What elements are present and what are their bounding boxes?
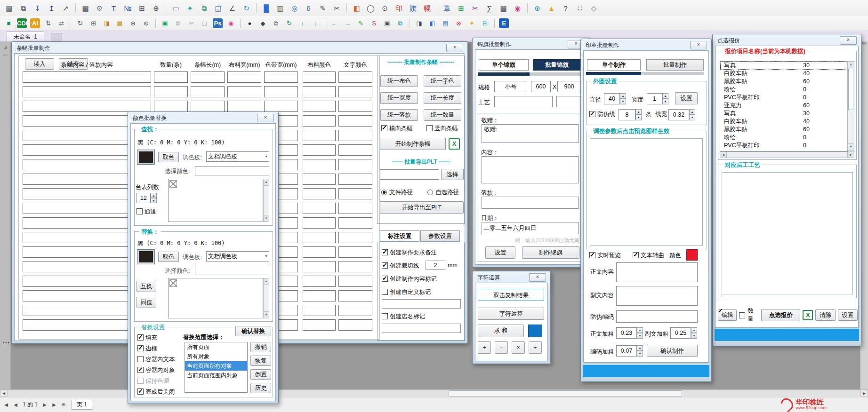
cdr-badge-icon[interactable]: CDR	[17, 18, 27, 28]
photo-icon[interactable]: ▣	[382, 18, 392, 28]
craft-field-2[interactable]	[556, 96, 581, 107]
quote-list-item[interactable]: 白胶车贴40	[720, 118, 847, 126]
outline-checkbox[interactable]	[137, 345, 144, 351]
banner-cell[interactable]	[23, 71, 151, 83]
custom-path-radio[interactable]	[427, 190, 433, 195]
find-color-list[interactable]	[168, 179, 263, 222]
sign-field[interactable]	[482, 197, 579, 209]
no-color-icon[interactable]	[169, 279, 177, 287]
banner-cell[interactable]	[338, 174, 372, 185]
redo-button[interactable]: 恢复	[250, 356, 271, 366]
close-after-checkbox[interactable]	[137, 388, 144, 395]
text-circle-icon[interactable]: ◎	[289, 3, 300, 14]
divide-button[interactable]: ÷	[529, 341, 542, 354]
toolbox-icon[interactable]: ▣	[160, 18, 170, 28]
crop-icon[interactable]: ✂	[331, 3, 342, 14]
banner-cell[interactable]	[303, 261, 336, 272]
confirm-replace-button[interactable]: 确认替换	[235, 326, 271, 336]
scroll-right-icon[interactable]: ▶	[860, 390, 868, 396]
globe-icon[interactable]: ⊛	[532, 3, 543, 14]
code-bold-stepper[interactable]: ▲▼	[637, 345, 643, 357]
scroll-up-icon[interactable]: ▲	[264, 179, 269, 186]
ink-circle-icon[interactable]: ●	[245, 18, 255, 28]
scroll-up-icon[interactable]: ▲	[848, 62, 854, 68]
group-disabled-icon[interactable]: ⧉	[173, 18, 183, 28]
banner-cell[interactable]	[338, 217, 372, 229]
quote-list-item[interactable]: 亚克力60	[720, 102, 847, 110]
image-gear-icon[interactable]: ⚙	[94, 3, 105, 14]
banner-cell[interactable]	[338, 101, 372, 112]
export-icon[interactable]: ↥	[46, 3, 57, 14]
choose-path-button[interactable]: 选择	[441, 169, 464, 180]
banner-cell[interactable]	[264, 101, 298, 112]
banner-cell[interactable]	[191, 71, 225, 83]
s-tool-icon[interactable]: S	[369, 18, 379, 28]
scroll-down-icon[interactable]: ▼	[264, 311, 269, 318]
measure-angle-icon[interactable]: ∠	[227, 3, 238, 14]
eyedropper-icon[interactable]: ⊙	[379, 3, 390, 14]
bin-icon[interactable]: ▥	[275, 3, 286, 14]
mark-plugin-icon[interactable]: 章	[442, 3, 452, 14]
invert-button[interactable]: 倒置	[250, 369, 271, 380]
import-icon[interactable]: ↧	[32, 3, 43, 14]
quote-list-item[interactable]: 黑胶车贴60	[720, 126, 847, 134]
pages-pair-icon[interactable]: ▤	[441, 18, 450, 28]
close-icon[interactable]: ×	[690, 41, 707, 49]
create-remark-checkbox[interactable]	[382, 249, 388, 255]
find-color-swatch[interactable]	[137, 150, 154, 164]
banner-cell[interactable]	[303, 144, 336, 156]
quantity-checkbox[interactable]	[739, 312, 745, 318]
create-cutline-checkbox[interactable]	[382, 262, 388, 269]
banner-cell[interactable]	[303, 86, 336, 97]
close-icon[interactable]: ×	[840, 36, 857, 45]
click-quote-button[interactable]: 点选报价	[761, 309, 800, 321]
banner-cell[interactable]	[303, 188, 336, 199]
more-options-icon[interactable]: ⊚	[141, 18, 151, 28]
rotate-pages-icon[interactable]: ↻	[75, 18, 85, 28]
quote-list-item[interactable]: 写真30	[720, 110, 847, 118]
scroll-right-icon[interactable]: ▶	[847, 152, 854, 158]
banner-cell[interactable]	[264, 86, 298, 97]
confirm-make-button[interactable]: 确认制作	[647, 345, 698, 357]
diameter-field[interactable]	[604, 93, 620, 104]
same-value-button[interactable]: 同值	[137, 297, 156, 308]
banner-cell[interactable]	[338, 232, 372, 243]
quote-settings-button[interactable]: 设置	[838, 309, 858, 321]
scroll-left-icon[interactable]: ◀	[720, 152, 727, 158]
banner-cell[interactable]	[227, 71, 261, 83]
grid-green-icon[interactable]: ⊞	[456, 3, 466, 14]
panel-split-icon[interactable]: ◨	[414, 18, 424, 28]
replace-select-color-field[interactable]	[195, 266, 269, 275]
warning-icon[interactable]: ▲	[546, 3, 557, 14]
first-page-icon[interactable]: ◀	[3, 402, 9, 407]
text-tool-icon[interactable]: T	[108, 3, 119, 14]
quote-list-item[interactable]: PVC平板打印0	[720, 94, 847, 102]
reorder-icon[interactable]: ⇅	[43, 18, 53, 28]
add-page-icon[interactable]: ⊕	[60, 402, 67, 407]
banner-cell[interactable]	[303, 305, 336, 316]
pennant-settings-button[interactable]: 设置	[485, 246, 515, 259]
banner-cell[interactable]	[23, 101, 151, 112]
create-content-mark-checkbox[interactable]	[382, 276, 388, 282]
banner-cell[interactable]	[191, 86, 225, 97]
calc-icon[interactable]: ∑	[484, 3, 495, 14]
arrow-down-icon[interactable]: ↓	[311, 18, 321, 28]
seal-dialog-titlebar[interactable]: 印章批量制作 ×	[581, 39, 711, 50]
quote-list-item[interactable]: 喷绘0	[720, 134, 847, 142]
sub-bold-stepper[interactable]: ▲▼	[691, 327, 697, 339]
unify-length-button[interactable]: 统一长度	[424, 92, 461, 104]
document-tab[interactable]: 未命名 -1	[7, 32, 44, 41]
dedicate-textarea[interactable]: 敬赠:	[482, 124, 579, 143]
replace-color-list[interactable]	[168, 278, 263, 318]
make-pennant-button[interactable]: 制作锦旗	[522, 246, 579, 259]
content-textarea[interactable]	[482, 156, 579, 183]
banner-cell[interactable]	[338, 86, 372, 97]
banner-cell[interactable]	[227, 101, 261, 112]
unify-text-color-button[interactable]: 统一字色	[424, 75, 461, 87]
linewidth-field[interactable]	[668, 109, 689, 120]
banner-cell[interactable]	[154, 71, 188, 83]
banner-cell[interactable]	[303, 101, 336, 112]
quote-list-hscrollbar[interactable]: ◀ ▶	[720, 151, 854, 158]
texture-icon[interactable]: ▩	[115, 18, 125, 28]
vertical-banner-checkbox[interactable]	[426, 125, 433, 131]
